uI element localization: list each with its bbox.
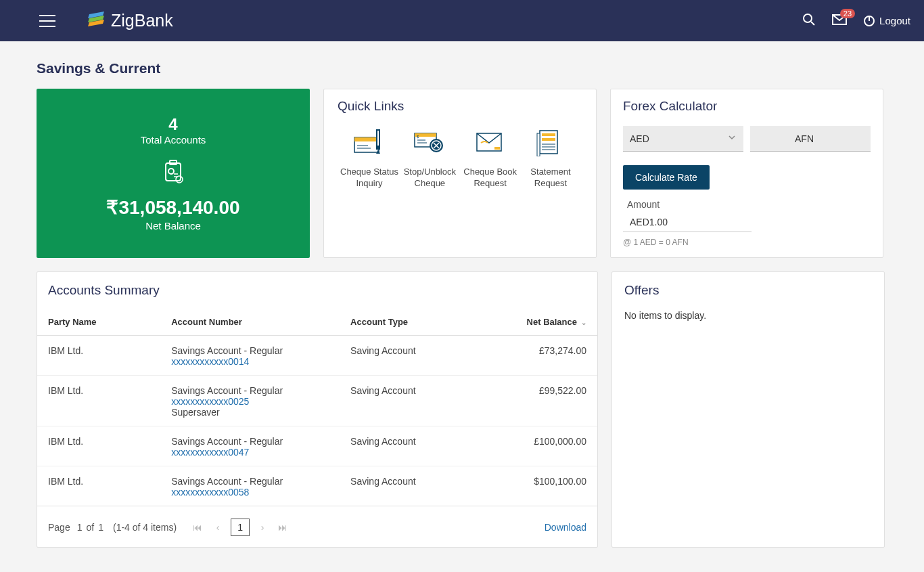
account-number-link[interactable]: xxxxxxxxxxxx0025 xyxy=(171,396,329,407)
cell-balance: £100,000.00 xyxy=(474,426,597,466)
logout-button[interactable]: Logout xyxy=(863,15,910,27)
quick-links-title: Quick Links xyxy=(338,99,582,114)
quick-link-cheque-status[interactable]: Cheque Status Inquiry xyxy=(340,126,398,190)
svg-rect-19 xyxy=(542,133,555,136)
accounts-summary-card: Accounts Summary Party Name Account Numb… xyxy=(37,271,598,548)
page-title: Savings & Current xyxy=(37,60,887,76)
ql-label: Cheque Status Inquiry xyxy=(340,167,398,190)
brand-name: ZigBank xyxy=(111,11,173,30)
page-total: 1 xyxy=(98,522,103,533)
net-balance-label: Net Balance xyxy=(145,220,201,232)
amount-label: Amount xyxy=(627,199,871,210)
pager-next-icon[interactable]: › xyxy=(255,520,270,535)
quick-link-statement[interactable]: Statement Request xyxy=(522,126,580,190)
cell-balance: £99,522.00 xyxy=(474,376,597,426)
summary-icon xyxy=(159,156,187,187)
total-accounts-label: Total Accounts xyxy=(141,134,206,146)
page-of: of xyxy=(87,522,95,533)
forex-from-value: AED xyxy=(630,133,649,144)
accounts-table: Party Name Account Number Account Type N… xyxy=(37,310,597,506)
svg-rect-21 xyxy=(537,133,540,156)
total-accounts-count: 4 xyxy=(168,115,177,134)
cell-account: Savings Account - Regularxxxxxxxxxxxx001… xyxy=(160,336,340,376)
table-row: IBM Ltd.Savings Account - Regularxxxxxxx… xyxy=(37,466,597,506)
ql-label: Statement Request xyxy=(522,167,580,190)
svg-rect-20 xyxy=(542,138,555,141)
accounts-title: Accounts Summary xyxy=(37,283,597,298)
statement-icon xyxy=(522,126,580,158)
pager-page-1[interactable]: 1 xyxy=(231,519,250,536)
topbar: ZigBank 23 Logout xyxy=(0,0,924,41)
col-number[interactable]: Account Number xyxy=(160,310,340,336)
svg-point-5 xyxy=(168,169,174,174)
cell-account: Savings Account - Regularxxxxxxxxxxxx002… xyxy=(160,376,340,426)
col-balance[interactable]: Net Balance⌄ xyxy=(474,310,597,336)
sort-chevron-icon: ⌄ xyxy=(581,319,586,326)
svg-rect-8 xyxy=(354,137,379,141)
forex-to-value: AFN xyxy=(795,133,814,144)
col-party[interactable]: Party Name xyxy=(37,310,160,336)
logout-label: Logout xyxy=(879,15,910,26)
cell-party: IBM Ltd. xyxy=(37,426,160,466)
pager-last-icon[interactable]: ⏭ xyxy=(275,520,290,535)
ql-label: Stop/Unblock Cheque xyxy=(400,167,459,190)
cell-type: Saving Account xyxy=(340,466,474,506)
cell-type: Saving Account xyxy=(340,376,474,426)
pager: Page 1 of 1 (1-4 of 4 items) ⏮ ‹ 1 › ⏭ D… xyxy=(37,506,597,536)
col-type[interactable]: Account Type xyxy=(340,310,474,336)
download-link[interactable]: Download xyxy=(545,522,586,533)
forex-to-select[interactable]: AFN xyxy=(750,126,871,152)
cell-account: Savings Account - Regularxxxxxxxxxxxx005… xyxy=(160,466,340,506)
forex-from-select[interactable]: AED xyxy=(623,126,743,152)
table-row: IBM Ltd.Savings Account - Regularxxxxxxx… xyxy=(37,376,597,426)
cell-party: IBM Ltd. xyxy=(37,376,160,426)
cell-party: IBM Ltd. xyxy=(37,466,160,506)
logo-icon xyxy=(88,11,106,30)
cell-account: Savings Account - Regularxxxxxxxxxxxx004… xyxy=(160,426,340,466)
rate-text: @ 1 AED = 0 AFN xyxy=(623,238,871,247)
svg-rect-17 xyxy=(494,147,500,150)
account-number-link[interactable]: xxxxxxxxxxxx0047 xyxy=(171,447,329,458)
cheque-status-icon xyxy=(340,126,398,158)
net-balance-value: ₹31,058,140.00 xyxy=(106,196,239,219)
cell-type: Saving Account xyxy=(340,426,474,466)
mail-icon[interactable]: 23 xyxy=(832,14,847,27)
forex-title: Forex Calculator xyxy=(623,99,871,114)
cell-party: IBM Ltd. xyxy=(37,336,160,376)
pager-first-icon[interactable]: ⏮ xyxy=(190,520,205,535)
cell-balance: $100,100.00 xyxy=(474,466,597,506)
notification-badge: 23 xyxy=(840,9,855,18)
ql-label: Cheque Book Request xyxy=(461,167,519,190)
forex-card: Forex Calculator AED AFN Calculate Rate … xyxy=(610,89,883,258)
offers-title: Offers xyxy=(624,283,872,298)
page-current: 1 xyxy=(77,522,83,533)
stop-unblock-icon: $ xyxy=(400,126,459,158)
chevron-down-icon xyxy=(727,133,737,144)
cell-type: Saving Account xyxy=(340,336,474,376)
pager-prev-icon[interactable]: ‹ xyxy=(210,520,225,535)
menu-icon[interactable] xyxy=(39,15,55,27)
page-label: Page xyxy=(48,522,70,533)
power-icon xyxy=(863,15,875,27)
offers-empty-text: No items to display. xyxy=(624,310,872,321)
search-icon[interactable] xyxy=(802,13,816,28)
offers-card: Offers No items to display. xyxy=(611,271,885,548)
svg-rect-10 xyxy=(377,131,379,146)
svg-point-0 xyxy=(804,14,812,22)
quick-links-card: Quick Links Cheque Status Inquiry $ Stop… xyxy=(323,89,597,258)
table-row: IBM Ltd.Savings Account - Regularxxxxxxx… xyxy=(37,336,597,376)
brand-logo[interactable]: ZigBank xyxy=(88,11,173,30)
amount-value[interactable]: AED1.00 xyxy=(623,214,752,232)
calculate-rate-button[interactable]: Calculate Rate xyxy=(623,165,710,190)
account-number-link[interactable]: xxxxxxxxxxxx0014 xyxy=(171,356,329,367)
summary-card: 4 Total Accounts ₹31,058,140.00 Net Bala… xyxy=(37,89,310,258)
page-range: (1-4 of 4 items) xyxy=(113,522,177,533)
table-row: IBM Ltd.Savings Account - Regularxxxxxxx… xyxy=(37,426,597,466)
svg-point-6 xyxy=(176,176,183,183)
quick-link-cheque-book[interactable]: Cheque Book Request xyxy=(461,126,519,190)
account-number-link[interactable]: xxxxxxxxxxxx0058 xyxy=(171,487,329,498)
cheque-book-icon xyxy=(461,126,519,158)
quick-link-stop-unblock[interactable]: $ Stop/Unblock Cheque xyxy=(400,126,459,190)
cell-balance: £73,274.00 xyxy=(474,336,597,376)
